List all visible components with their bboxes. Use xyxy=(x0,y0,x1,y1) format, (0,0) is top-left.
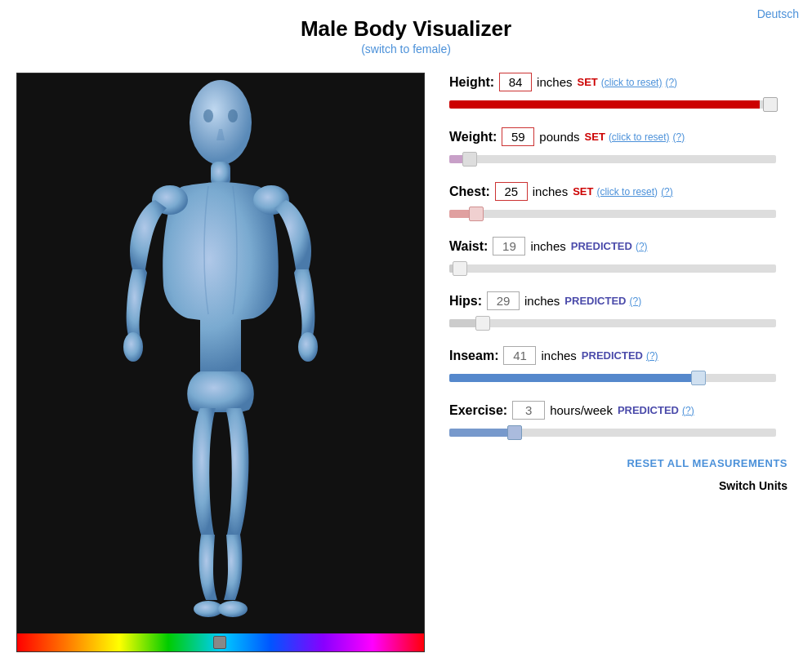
waist-value[interactable]: 19 xyxy=(493,237,525,256)
page-title: Male Body Visualizer xyxy=(0,16,812,42)
inseam-slider[interactable] xyxy=(449,370,776,386)
height-value[interactable]: 84 xyxy=(499,73,532,91)
chest-unit: inches xyxy=(533,184,568,198)
exercise-help[interactable]: (?) xyxy=(682,405,694,416)
inseam-row: Inseam: 41 inches PREDICTED (?) xyxy=(449,346,787,386)
exercise-status: PREDICTED xyxy=(618,404,679,416)
weight-reset[interactable]: (click to reset) xyxy=(609,131,670,143)
waist-label: Waist: xyxy=(449,239,488,254)
exercise-row: Exercise: 3 hours/week PREDICTED (?) xyxy=(449,401,787,441)
body-figure xyxy=(82,73,359,629)
exercise-slider[interactable] xyxy=(449,424,776,441)
hips-help[interactable]: (?) xyxy=(629,296,641,307)
color-bar[interactable] xyxy=(17,633,425,651)
inseam-thumb[interactable] xyxy=(691,371,706,385)
language-link[interactable]: Deutsch xyxy=(757,7,799,20)
hips-status: PREDICTED xyxy=(564,295,626,307)
weight-value[interactable]: 59 xyxy=(502,127,534,146)
bottom-actions: RESET ALL MEASUREMENTS Switch Units xyxy=(449,457,787,492)
chest-slider[interactable] xyxy=(449,206,776,222)
svg-point-8 xyxy=(203,109,213,122)
chest-value[interactable]: 25 xyxy=(495,182,528,201)
height-label: Height: xyxy=(449,75,494,90)
weight-status: SET xyxy=(585,131,605,143)
svg-point-4 xyxy=(123,332,143,362)
hips-thumb[interactable] xyxy=(475,316,490,331)
inseam-unit: inches xyxy=(541,349,576,362)
chest-reset[interactable]: (click to reset) xyxy=(596,186,658,198)
chest-status: SET xyxy=(573,185,593,198)
waist-row: Waist: 19 inches PREDICTED (?) xyxy=(449,237,787,277)
svg-point-5 xyxy=(298,332,318,362)
reset-all-button[interactable]: RESET ALL MEASUREMENTS xyxy=(449,457,787,469)
chest-help[interactable]: (?) xyxy=(661,186,673,198)
exercise-label: Exercise: xyxy=(449,403,507,418)
height-row: Height: 84 inches SET (click to reset) (… xyxy=(449,73,787,113)
chest-thumb[interactable] xyxy=(469,207,484,221)
weight-label: Weight: xyxy=(449,130,497,144)
hips-slider[interactable] xyxy=(449,315,776,331)
inseam-label: Inseam: xyxy=(449,349,498,363)
switch-units-button[interactable]: Switch Units xyxy=(449,479,787,492)
svg-point-7 xyxy=(218,601,248,617)
height-reset[interactable]: (click to reset) xyxy=(601,77,663,88)
inseam-help[interactable]: (?) xyxy=(646,350,658,362)
weight-unit: pounds xyxy=(539,130,579,144)
hips-unit: inches xyxy=(524,294,560,308)
visualizer-panel xyxy=(16,73,433,660)
height-help[interactable]: (?) xyxy=(665,77,677,88)
hips-row: Hips: 29 inches PREDICTED (?) xyxy=(449,291,787,331)
inseam-value[interactable]: 41 xyxy=(503,346,536,365)
weight-row: Weight: 59 pounds SET (click to reset) (… xyxy=(449,127,787,167)
inseam-status: PREDICTED xyxy=(582,349,643,362)
svg-point-9 xyxy=(228,109,238,122)
weight-slider[interactable] xyxy=(449,151,776,167)
hips-value[interactable]: 29 xyxy=(487,291,520,310)
switch-gender-link[interactable]: (switch to female) xyxy=(361,42,451,56)
svg-point-0 xyxy=(190,80,252,165)
height-status: SET xyxy=(577,76,597,88)
weight-help[interactable]: (?) xyxy=(673,131,685,143)
exercise-value[interactable]: 3 xyxy=(512,401,545,420)
waist-help[interactable]: (?) xyxy=(636,241,648,252)
height-thumb[interactable] xyxy=(763,97,778,112)
height-unit: inches xyxy=(537,75,572,89)
visualizer-canvas xyxy=(16,73,425,652)
exercise-unit: hours/week xyxy=(550,403,613,417)
chest-row: Chest: 25 inches SET (click to reset) (?… xyxy=(449,182,787,222)
waist-unit: inches xyxy=(530,239,565,253)
weight-thumb[interactable] xyxy=(462,152,477,167)
controls-panel: Height: 84 inches SET (click to reset) (… xyxy=(433,73,796,660)
color-thumb[interactable] xyxy=(213,636,226,649)
waist-slider[interactable] xyxy=(449,260,776,277)
chest-label: Chest: xyxy=(449,184,490,199)
exercise-thumb[interactable] xyxy=(507,425,522,440)
height-slider[interactable] xyxy=(449,96,776,113)
waist-thumb[interactable] xyxy=(453,261,467,276)
waist-status: PREDICTED xyxy=(571,240,632,252)
hips-label: Hips: xyxy=(449,294,482,309)
